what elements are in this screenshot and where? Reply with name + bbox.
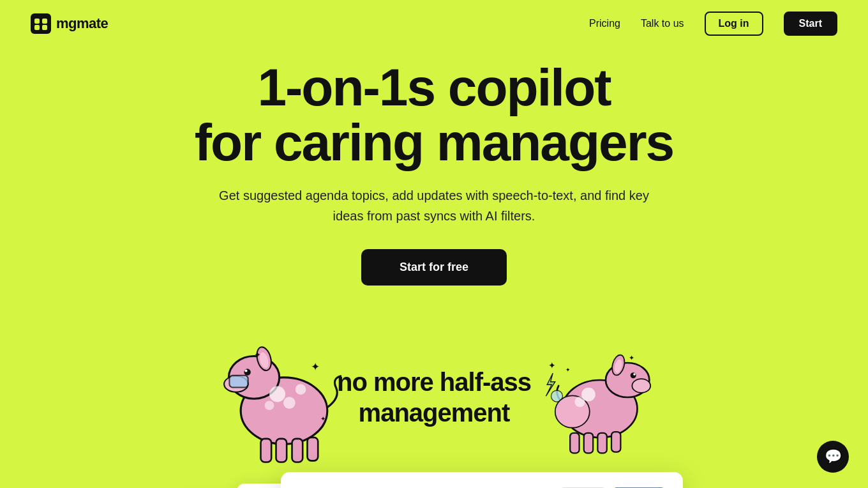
- logo-icon: [31, 13, 51, 34]
- chat-icon: 💬: [825, 448, 842, 465]
- login-button[interactable]: Log in: [705, 11, 763, 36]
- svg-rect-2: [42, 19, 47, 24]
- svg-point-38: [574, 397, 585, 407]
- chat-bubble[interactable]: 💬: [817, 441, 849, 473]
- svg-point-28: [633, 373, 636, 376]
- nav-pricing-link[interactable]: Pricing: [589, 18, 620, 29]
- svg-rect-31: [570, 433, 579, 454]
- svg-rect-12: [229, 376, 248, 388]
- svg-rect-3: [34, 25, 40, 30]
- hero-subtitle: Get suggested agenda topics, add updates…: [217, 185, 651, 226]
- svg-rect-14: [276, 439, 287, 462]
- svg-text:✦: ✦: [254, 351, 261, 360]
- hero-section: 1-on-1s copilot for caring managers Get …: [0, 47, 868, 311]
- tagline-line2: management: [337, 397, 531, 428]
- hero-title-line1: 1-on-1s copilot: [257, 58, 610, 116]
- donkey-right: ✦ ✦ ✦: [542, 324, 657, 471]
- svg-point-17: [269, 386, 285, 402]
- svg-text:✦: ✦: [629, 354, 634, 362]
- svg-text:✦: ✦: [320, 415, 326, 422]
- tagline-line1: no more half-ass: [337, 367, 531, 397]
- svg-rect-32: [584, 433, 593, 454]
- svg-point-9: [244, 370, 247, 372]
- svg-point-8: [244, 369, 250, 376]
- illustration-area: ✦ ✦ ✦ no more half-ass management: [0, 317, 868, 484]
- svg-text:✦: ✦: [565, 367, 571, 373]
- svg-rect-1: [34, 19, 40, 24]
- svg-text:✦: ✦: [548, 360, 556, 370]
- svg-point-18: [283, 397, 296, 409]
- start-button[interactable]: Start: [784, 11, 837, 36]
- svg-point-19: [296, 385, 306, 395]
- svg-point-26: [632, 379, 650, 393]
- svg-rect-4: [42, 25, 47, 30]
- svg-rect-13: [260, 439, 271, 462]
- donkey-left: ✦ ✦ ✦: [217, 317, 351, 471]
- nav-links: Pricing Talk to us Log in Start: [589, 11, 837, 36]
- svg-text:✦: ✦: [311, 362, 320, 374]
- hero-cta-button[interactable]: Start for free: [361, 249, 507, 286]
- svg-point-20: [265, 401, 274, 411]
- svg-rect-33: [597, 433, 606, 454]
- svg-rect-15: [292, 439, 303, 462]
- logo[interactable]: mgmate: [31, 13, 108, 34]
- hero-title-line2: for caring managers: [195, 113, 673, 171]
- svg-rect-34: [611, 432, 620, 452]
- card-nick-lily: ☰ Filter 👤 Share Nick & Lily Add topic t…: [281, 472, 683, 488]
- logo-text: mgmate: [56, 15, 108, 32]
- hero-title: 1-on-1s copilot for caring managers: [31, 60, 837, 170]
- navbar: mgmate Pricing Talk to us Log in Start: [0, 0, 868, 47]
- tagline: no more half-ass management: [337, 367, 531, 428]
- nav-talk-link[interactable]: Talk to us: [641, 18, 684, 29]
- preview-area: Tom Add t... Alice Add t... ☰ Filter 👤 S…: [0, 484, 868, 488]
- svg-point-27: [631, 372, 636, 378]
- svg-rect-16: [308, 438, 318, 461]
- svg-rect-0: [31, 13, 51, 34]
